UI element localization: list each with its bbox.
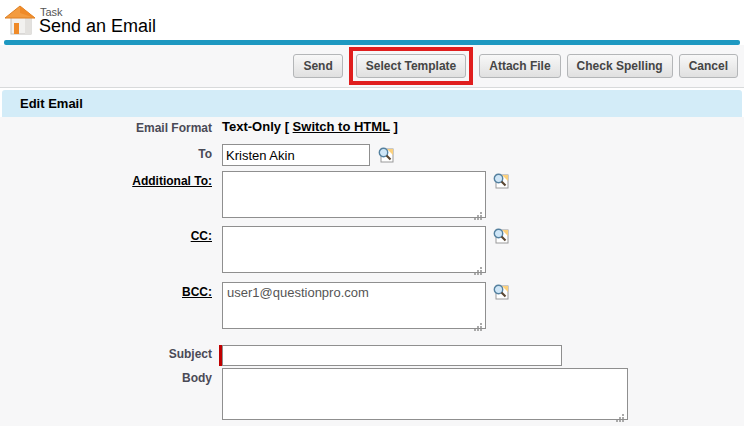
bcc-label[interactable]: BCC: [32,285,212,299]
section-title: Edit Email [20,96,83,111]
bcc-textarea[interactable]: user1@questionpro.com [222,282,486,329]
select-template-highlight: Select Template [349,47,473,85]
email-format-current: Text-Only [222,119,281,134]
attach-file-button[interactable]: Attach File [479,54,560,78]
edit-email-section-header: Edit Email [2,90,742,117]
additional-to-textarea[interactable] [222,171,486,218]
page-title: Send an Email [39,16,156,37]
email-format-label: Email Format [32,121,212,135]
additional-to-lookup-icon[interactable] [492,172,510,190]
select-template-button[interactable]: Select Template [356,54,466,78]
body-label: Body [32,371,212,385]
toolbar: Send Select Template Attach File Check S… [0,45,744,88]
task-icon [4,4,36,36]
subject-label: Subject [32,347,212,361]
to-input[interactable] [222,144,370,166]
check-spelling-button[interactable]: Check Spelling [567,54,673,78]
bracket-open: [ [285,119,289,134]
send-email-page: Task Send an Email Send Select Template … [0,0,744,426]
to-lookup-icon[interactable] [377,146,395,164]
send-button[interactable]: Send [293,54,342,78]
cc-lookup-icon[interactable] [492,227,510,245]
body-textarea[interactable] [222,368,628,420]
cc-label[interactable]: CC: [32,229,212,243]
email-format-value: Text-Only [ Switch to HTML ] [222,119,398,134]
subject-input[interactable] [222,345,562,366]
to-label: To [32,147,212,161]
additional-to-label[interactable]: Additional To: [32,174,212,188]
cc-textarea[interactable] [222,226,486,273]
switch-to-html-link[interactable]: Switch to HTML [293,119,390,134]
bracket-close: ] [393,119,397,134]
bcc-lookup-icon[interactable] [492,283,510,301]
cancel-button[interactable]: Cancel [679,54,738,78]
toolbar-button-row: Send Select Template Attach File Check S… [293,45,738,87]
